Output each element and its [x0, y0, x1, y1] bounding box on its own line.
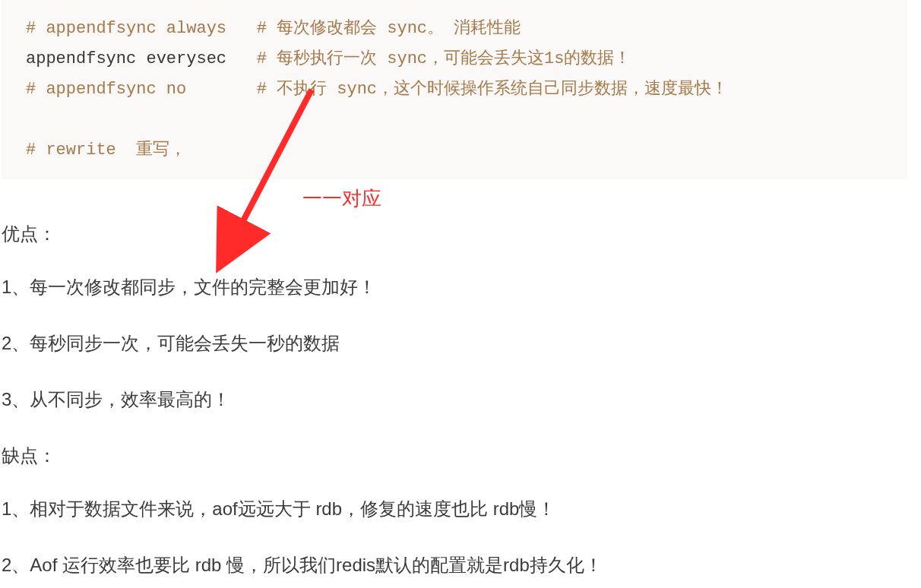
code-line-1: # appendfsync always # 每次修改都会 sync。 消耗性能	[26, 14, 891, 44]
code-block: # appendfsync always # 每次修改都会 sync。 消耗性能…	[2, 0, 907, 179]
code-line-4-right: 重写，	[136, 141, 186, 160]
code-line-1-left: # appendfsync always	[26, 19, 226, 38]
code-line-3-left: # appendfsync no	[26, 80, 186, 99]
code-line-3: # appendfsync no # 不执行 sync，这个时候操作系统自己同步…	[26, 74, 891, 105]
code-line-2-left: appendfsync everysec	[26, 49, 226, 68]
code-line-4: # rewrite 重写，	[26, 135, 891, 166]
page: # appendfsync always # 每次修改都会 sync。 消耗性能…	[0, 0, 921, 588]
code-line-2-right: # 每秒执行一次 sync，可能会丢失这1s的数据！	[257, 49, 631, 68]
advantages-title: 优点：	[2, 220, 921, 248]
advantage-item: 3、从不同步，效率最高的！	[2, 386, 921, 413]
code-line-2: appendfsync everysec # 每秒执行一次 sync，可能会丢失…	[26, 44, 891, 74]
disadvantage-item: 1、相对于数据文件来说，aof远远大于 rdb，修复的速度也比 rdb慢！	[2, 495, 921, 523]
disadvantage-item: 2、Aof 运行效率也要比 rdb 慢，所以我们redis默认的配置就是rdb持…	[2, 552, 921, 579]
code-line-3-right: # 不执行 sync，这个时候操作系统自己同步数据，速度最快！	[257, 80, 728, 99]
code-line-1-right: # 每次修改都会 sync。 消耗性能	[257, 19, 521, 38]
annotation-label: 一一对应	[302, 185, 381, 212]
code-blank	[26, 105, 891, 135]
advantage-item: 1、每一次修改都同步，文件的完整会更加好！	[2, 273, 921, 301]
disadvantages-title: 缺点：	[2, 442, 921, 469]
code-line-4-left: # rewrite	[26, 141, 136, 160]
advantage-item: 2、每秒同步一次，可能会丢失一秒的数据	[2, 330, 921, 357]
